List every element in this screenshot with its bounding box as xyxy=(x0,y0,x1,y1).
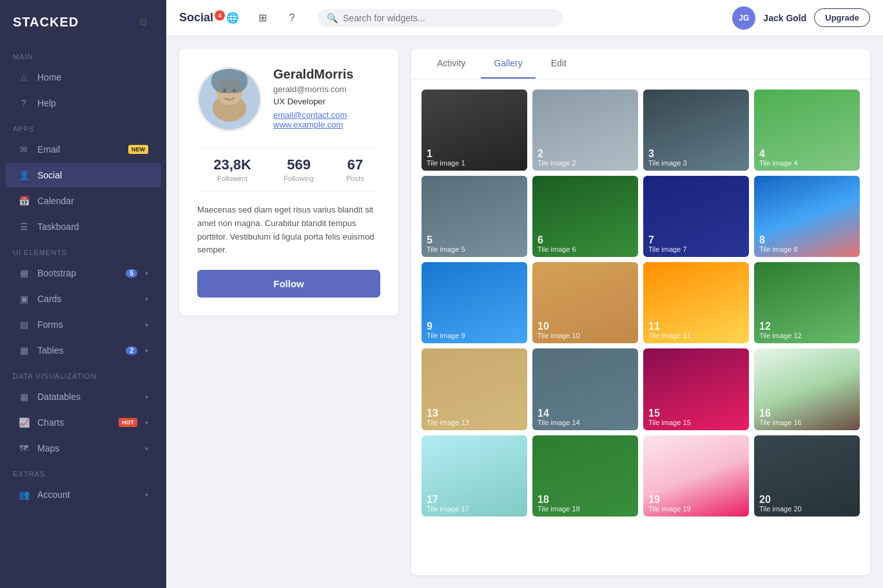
notification-badge: 4 xyxy=(215,10,225,21)
sidebar: STACKED ⚙ Main ⌂ Home ? Help Apps ✉ Emai… xyxy=(0,0,166,588)
sidebar-item-label: Account xyxy=(37,489,137,500)
chevron-icon: ▾ xyxy=(145,321,148,328)
user-avatar: JG xyxy=(732,6,755,30)
gallery-tile[interactable]: 16 Tile image 16 xyxy=(754,348,860,430)
sidebar-item-label: Charts xyxy=(37,417,111,428)
following-stat: 569 Following xyxy=(284,156,313,182)
section-label-dataviz: Data Visualization xyxy=(0,363,166,384)
gallery-tile[interactable]: 6 Tile image 6 xyxy=(532,176,638,257)
sidebar-item-home[interactable]: ⌂ Home xyxy=(5,65,161,90)
sidebar-item-forms[interactable]: ▤ Forms ▾ xyxy=(5,312,161,337)
gallery-tile[interactable]: 18 Tile image 18 xyxy=(532,435,638,517)
search-icon: 🔍 xyxy=(327,13,338,23)
gallery-tile[interactable]: 5 Tile image 5 xyxy=(422,176,527,257)
gallery-tile[interactable]: 9 Tile image 9 xyxy=(422,262,527,343)
sidebar-item-account[interactable]: 👥 Account ▾ xyxy=(5,482,161,507)
home-icon: ⌂ xyxy=(18,71,30,83)
sidebar-item-cards[interactable]: ▣ Cards ▾ xyxy=(5,287,161,311)
sidebar-item-taskboard[interactable]: ☰ Taskboard xyxy=(5,214,161,239)
gallery-tile[interactable]: 11 Tile image 11 xyxy=(643,262,749,343)
gallery-tile[interactable]: 20 Tile image 20 xyxy=(754,435,860,517)
chevron-icon: ▾ xyxy=(145,491,148,498)
sidebar-item-label: Home xyxy=(37,72,148,82)
num-badge: 2 xyxy=(126,346,137,355)
sidebar-header: STACKED ⚙ xyxy=(0,0,166,44)
gallery-panel: Activity Gallery Edit 1 Tile image 1 2 T… xyxy=(411,49,870,575)
followers-count: 23,8K xyxy=(213,156,251,173)
hot-badge: HOT xyxy=(119,418,137,427)
tab-gallery[interactable]: Gallery xyxy=(481,49,535,79)
topbar: Social 🌐 4 ⊞ ? 🔍 JG Jack Gold Upgrade xyxy=(166,0,883,36)
sidebar-item-label: Calendar xyxy=(37,196,148,206)
gallery-tile[interactable]: 13 Tile image 13 xyxy=(422,348,527,430)
avatar-svg xyxy=(199,67,260,131)
app-logo: STACKED xyxy=(13,15,79,30)
sidebar-item-bootstrap[interactable]: ▦ Bootstrap 5 ▾ xyxy=(5,261,161,285)
tables-icon: ▦ xyxy=(18,345,30,356)
bootstrap-icon: ▦ xyxy=(18,267,30,279)
section-label-ui: UI Elements xyxy=(0,240,166,260)
calendar-icon: 📅 xyxy=(18,195,30,207)
sidebar-item-charts[interactable]: 📈 Charts HOT ▾ xyxy=(5,410,161,435)
datatables-icon: ▦ xyxy=(18,391,30,403)
profile-info: GeraldMorris gerald@morris.com UX Develo… xyxy=(273,67,380,129)
gallery-tile[interactable]: 15 Tile image 15 xyxy=(643,348,749,430)
settings-icon[interactable]: ⚙ xyxy=(133,12,153,32)
sidebar-item-email[interactable]: ✉ Email NEW xyxy=(5,137,161,162)
gallery-tile[interactable]: 4 Tile image 4 xyxy=(754,90,860,171)
gallery-tile[interactable]: 3 Tile image 3 xyxy=(643,90,749,171)
email-icon: ✉ xyxy=(18,144,30,155)
globe-icon-btn[interactable]: 🌐 4 xyxy=(222,8,243,28)
grid-icon-btn[interactable]: ⊞ xyxy=(252,8,273,28)
gallery-tile[interactable]: 14 Tile image 14 xyxy=(532,348,638,430)
profile-website[interactable]: www.example.com xyxy=(273,120,380,129)
search-input[interactable] xyxy=(343,13,554,23)
following-count: 569 xyxy=(284,156,313,173)
profile-bio: Maecenas sed diam eget risus varius blan… xyxy=(197,204,380,257)
last-name: Morris xyxy=(314,67,353,81)
sidebar-item-label: Bootstrap xyxy=(37,268,118,278)
chevron-icon: ▾ xyxy=(145,445,148,452)
tab-edit[interactable]: Edit xyxy=(538,49,579,79)
gallery-tile[interactable]: 10 Tile image 10 xyxy=(532,262,638,343)
sidebar-item-datatables[interactable]: ▦ Datatables ▾ xyxy=(5,384,161,409)
gallery-tile[interactable]: 7 Tile image 7 xyxy=(643,176,749,257)
posts-label: Posts xyxy=(346,175,364,182)
chevron-icon: ▾ xyxy=(145,347,148,354)
sidebar-item-calendar[interactable]: 📅 Calendar xyxy=(5,189,161,213)
gallery-tile[interactable]: 19 Tile image 19 xyxy=(643,435,749,517)
profile-contact-email[interactable]: email@contact.com xyxy=(273,110,380,120)
cards-icon: ▣ xyxy=(18,293,30,305)
follow-button[interactable]: Follow xyxy=(197,270,380,298)
upgrade-button[interactable]: Upgrade xyxy=(814,8,870,27)
new-badge: NEW xyxy=(128,145,148,154)
followers-stat: 23,8K Followers xyxy=(213,156,251,182)
help-icon: ? xyxy=(18,97,30,109)
chevron-icon: ▾ xyxy=(145,296,148,303)
chevron-icon: ▾ xyxy=(145,419,148,426)
sidebar-item-social[interactable]: 👤 Social xyxy=(5,163,161,187)
sidebar-item-maps[interactable]: 🗺 Maps ▾ xyxy=(5,436,161,460)
profile-email: gerald@morris.com xyxy=(273,84,380,94)
chevron-icon: ▾ xyxy=(145,270,148,277)
chevron-icon: ▾ xyxy=(145,394,148,401)
gallery-tile[interactable]: 12 Tile image 12 xyxy=(754,262,860,343)
main-area: Social 🌐 4 ⊞ ? 🔍 JG Jack Gold Upgrade xyxy=(166,0,883,588)
posts-stat: 67 Posts xyxy=(346,156,364,182)
sidebar-item-label: Email xyxy=(37,144,121,155)
tab-activity[interactable]: Activity xyxy=(424,49,478,79)
help-icon-btn[interactable]: ? xyxy=(282,8,302,28)
sidebar-item-label: Help xyxy=(37,98,148,108)
gallery-tile[interactable]: 2 Tile image 2 xyxy=(532,90,638,171)
gallery-tile[interactable]: 17 Tile image 17 xyxy=(422,435,527,517)
gallery-tile[interactable]: 8 Tile image 8 xyxy=(754,176,860,257)
sidebar-item-label: Taskboard xyxy=(37,222,148,232)
search-bar[interactable]: 🔍 xyxy=(318,9,563,27)
profile-header: GeraldMorris gerald@morris.com UX Develo… xyxy=(197,67,380,131)
sidebar-item-label: Datatables xyxy=(37,392,137,402)
sidebar-item-tables[interactable]: ▦ Tables 2 ▾ xyxy=(5,338,161,363)
gallery-tile[interactable]: 1 Tile image 1 xyxy=(422,90,527,171)
sidebar-item-label: Tables xyxy=(37,345,118,356)
sidebar-item-help[interactable]: ? Help xyxy=(5,91,161,115)
social-icon: 👤 xyxy=(18,169,30,181)
